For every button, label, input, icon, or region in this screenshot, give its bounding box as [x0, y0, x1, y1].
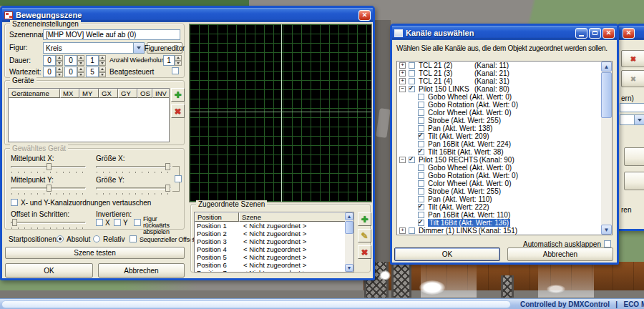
tree-item-label[interactable]: Pan 16Bit (Akt. Wert: 110) — [428, 211, 510, 219]
expand-icon[interactable]: + — [399, 62, 406, 69]
assigned-delete-button[interactable]: ✖ — [358, 245, 371, 259]
test-scene-button[interactable]: Szene testen — [5, 247, 185, 259]
tree-item[interactable]: Color Wheel (Akt. Wert: 0) — [397, 180, 601, 187]
tree-item-label[interactable]: Pan (Akt. Wert: 138) — [428, 124, 492, 132]
collapse-icon[interactable]: − — [399, 86, 406, 92]
spinner-down-icon[interactable] — [77, 61, 84, 67]
expand-icon[interactable]: + — [399, 70, 406, 77]
assigned-scenes-scrollbar[interactable]: ▲ ▼ — [345, 212, 353, 272]
tree-item-label[interactable]: Pilot 150 RECHTS — [419, 156, 478, 164]
channels-dialog-icon[interactable] — [394, 29, 403, 37]
slider-thumb[interactable] — [165, 163, 170, 170]
collapse-icon[interactable]: − — [399, 157, 406, 163]
invert-x-checkbox[interactable] — [96, 219, 103, 226]
tree-item[interactable]: Strobe (Akt. Wert: 255) — [397, 117, 601, 124]
chevron-down-icon[interactable] — [634, 115, 644, 124]
center-y-slider[interactable] — [11, 185, 86, 194]
tree-item-checkbox[interactable] — [418, 204, 424, 210]
channels-tree-scrollbar[interactable]: ▲ ▼ — [601, 62, 612, 235]
remove-device-button[interactable]: ✖ — [171, 104, 185, 118]
tree-item-checkbox[interactable] — [418, 220, 424, 226]
edge-dropdown[interactable] — [620, 114, 644, 125]
assigned-scene-row[interactable]: Position 6< Nicht zugeordnet > — [195, 261, 353, 269]
tree-item[interactable]: Pan (Akt. Wert: 138) — [397, 124, 601, 132]
duration-seconds-spinner[interactable] — [99, 55, 106, 66]
tree-item-checkbox[interactable] — [418, 125, 424, 132]
tree-item-label[interactable]: Gobo Wheel (Akt. Wert: 0) — [428, 164, 512, 172]
absolute-radio[interactable] — [57, 235, 64, 242]
slider-thumb[interactable] — [47, 185, 52, 192]
expand-icon[interactable]: + — [399, 78, 406, 84]
tree-item[interactable]: Strobe (Akt. Wert: 255) — [397, 187, 601, 195]
expand-icon[interactable]: + — [399, 227, 406, 234]
devices-column-header[interactable]: Gerätename — [9, 89, 60, 98]
devices-table[interactable]: GerätenameMXMYGXGYOSINV — [8, 88, 170, 142]
tree-item-label[interactable]: Gobo Rotation (Akt. Wert: 0) — [428, 101, 518, 109]
assigned-edit-button[interactable]: ✎ — [358, 229, 371, 242]
tree-item[interactable]: Gobo Wheel (Akt. Wert: 0) — [397, 164, 601, 172]
tree-item-checkbox[interactable] — [418, 109, 424, 116]
tree-item-label[interactable]: Dimmer (1) LINKS — [419, 227, 477, 235]
tree-item-checkbox[interactable] — [418, 149, 424, 155]
spinner-up-icon[interactable] — [99, 55, 106, 61]
channels-tree[interactable]: +TCL 21 (2)(Kanal: 11)+TCL 21 (3)(Kanal:… — [396, 61, 613, 235]
reverse-checkbox[interactable] — [134, 219, 141, 226]
tree-item-checkbox[interactable] — [418, 180, 424, 187]
tree-item-label[interactable]: Color Wheel (Akt. Wert: 0) — [428, 109, 512, 117]
devices-column-header[interactable]: GX — [99, 89, 118, 98]
assigned-scene-row[interactable]: Position 3< Nicht zugeordnet > — [195, 237, 353, 245]
tree-item[interactable]: +TCL 21 (3)(Kanal: 21) — [397, 69, 601, 77]
channels-ok-button[interactable]: OK — [394, 247, 500, 261]
duration-minutes[interactable]: 0 — [64, 55, 77, 66]
spinner-down-icon[interactable] — [99, 61, 106, 67]
tree-item[interactable]: Gobo Rotation (Akt. Wert: 0) — [397, 101, 601, 109]
repeats-spinner[interactable] — [175, 55, 182, 66]
spinner-up-icon[interactable] — [77, 55, 84, 61]
devices-column-header[interactable]: MY — [79, 89, 99, 98]
spinner-down-icon[interactable] — [56, 72, 63, 78]
tree-item[interactable]: Tilt 16Bit (Akt. Wert: 38) — [397, 148, 601, 156]
spinner-up-icon[interactable] — [77, 67, 84, 72]
channels-dialog-close-button[interactable]: ✕ — [602, 28, 615, 39]
tree-item-label[interactable]: Strobe (Akt. Wert: 255) — [428, 117, 501, 124]
tree-item-label[interactable]: Pan (Akt. Wert: 110) — [428, 195, 492, 203]
add-device-button[interactable]: ✚ — [171, 88, 185, 102]
chevron-down-icon[interactable] — [133, 43, 144, 53]
figure-editor-button[interactable]: Figureneditor — [147, 42, 182, 54]
spinner-up-icon[interactable] — [56, 67, 63, 72]
tree-item-checkbox[interactable] — [418, 102, 424, 108]
tree-item[interactable]: Color Wheel (Akt. Wert: 0) — [397, 109, 601, 117]
tree-item[interactable]: Tilt 16Bit (Akt. Wert: 136) — [397, 219, 601, 227]
tree-item[interactable]: Tilt (Akt. Wert: 209) — [397, 132, 601, 140]
duration-minutes-spinner[interactable] — [77, 55, 84, 66]
tree-item[interactable]: +TCL 21 (4)(Kanal: 31) — [397, 77, 601, 85]
assigned-scene-row[interactable]: Position 7< Nicht zugeordnet > — [195, 269, 353, 273]
tree-item-checkbox[interactable] — [409, 86, 415, 92]
edge-window-close-button[interactable]: ✕ — [623, 28, 635, 39]
scroll-down-icon[interactable]: ▼ — [345, 264, 353, 272]
slider-thumb[interactable] — [165, 185, 170, 192]
tree-item[interactable]: −Pilot 150 LINKS(Kanal: 80) — [397, 85, 601, 93]
channels-dialog-titlebar[interactable]: Kanäle auswählen ✕ — [392, 26, 617, 40]
tree-item[interactable]: Pan 16Bit (Akt. Wert: 110) — [397, 211, 601, 219]
invert-y-checkbox[interactable] — [114, 219, 121, 226]
edge-gray-x-button[interactable]: ✖ — [621, 70, 644, 87]
tree-item-label[interactable]: Gobo Rotation (Akt. Wert: 0) — [428, 172, 518, 180]
channels-cancel-button[interactable]: Abbrechen — [507, 247, 613, 261]
edge-input[interactable] — [620, 103, 644, 112]
tree-item[interactable]: Pan 16Bit (Akt. Wert: 224) — [397, 140, 601, 148]
tree-item-label[interactable]: Strobe (Akt. Wert: 255) — [428, 187, 501, 195]
tree-item-label[interactable]: TCL 21 (2) — [419, 62, 473, 69]
tree-item[interactable]: −Pilot 150 RECHTS(Kanal: 90) — [397, 156, 601, 164]
tree-item-checkbox[interactable] — [418, 172, 424, 179]
slider-thumb[interactable] — [47, 163, 52, 170]
tree-item-checkbox[interactable] — [418, 117, 424, 124]
tree-item-checkbox[interactable] — [418, 133, 424, 139]
tree-item-checkbox[interactable] — [409, 157, 415, 163]
beat-checkbox[interactable] — [172, 67, 179, 74]
tree-item-label[interactable]: Pan 16Bit (Akt. Wert: 224) — [428, 140, 511, 148]
tree-item-checkbox[interactable] — [418, 94, 424, 100]
spinner-down-icon[interactable] — [175, 61, 182, 67]
assigned-column-header[interactable]: Position — [195, 212, 239, 222]
tree-item-checkbox[interactable] — [418, 196, 424, 202]
